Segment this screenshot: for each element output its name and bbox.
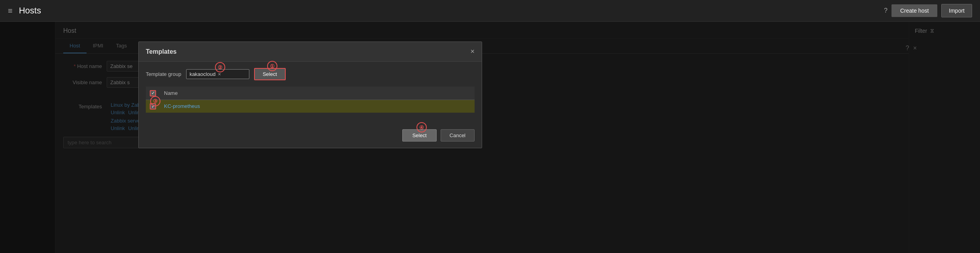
row-template-name[interactable]: KC-prometheus [164, 103, 200, 109]
modal-body: Template group kakaocloud × ② Select ① [139, 62, 482, 125]
main-area: Host Host IPMI Tags Macros Host name Vis… [0, 22, 980, 253]
modal-header: Templates × [139, 42, 482, 62]
template-group-row: Template group kakaocloud × ② Select ① [146, 68, 475, 80]
topbar: ≡ Hosts ? Create host Import [0, 0, 980, 22]
help-icon[interactable]: ? [884, 7, 888, 14]
create-host-button[interactable]: Create host [891, 4, 937, 17]
modal-title: Templates [146, 48, 177, 55]
page-title: Hosts [19, 6, 41, 16]
modal-cancel-button[interactable]: Cancel [441, 129, 475, 142]
badge-one: ① [267, 61, 277, 71]
badge-three: ③ [150, 96, 160, 106]
header-checkbox[interactable]: ✓ [150, 90, 156, 96]
template-group-label: Template group [146, 71, 181, 77]
modal-table: ✓ Name ✓ [146, 87, 475, 113]
badge-two: ② [215, 62, 225, 72]
modal-close-button[interactable]: × [470, 47, 475, 56]
topbar-actions: ? Create host Import [884, 4, 972, 17]
table-header-row: ✓ Name [146, 87, 475, 100]
table-row[interactable]: ✓ ③ KC-prometheus [146, 100, 475, 113]
table-header-name: Name [160, 87, 475, 100]
row-name-cell: KC-prometheus [160, 100, 475, 113]
import-button[interactable]: Import [941, 4, 972, 17]
template-group-tag: kakaocloud [190, 71, 216, 77]
row-checkbox-cell: ✓ ③ [146, 100, 160, 113]
menu-icon[interactable]: ≡ [8, 6, 13, 15]
badge-four: ④ [416, 122, 427, 132]
templates-modal: Templates × Template group kakaocloud × … [138, 42, 482, 148]
modal-footer: Select ④ Cancel [139, 125, 482, 148]
